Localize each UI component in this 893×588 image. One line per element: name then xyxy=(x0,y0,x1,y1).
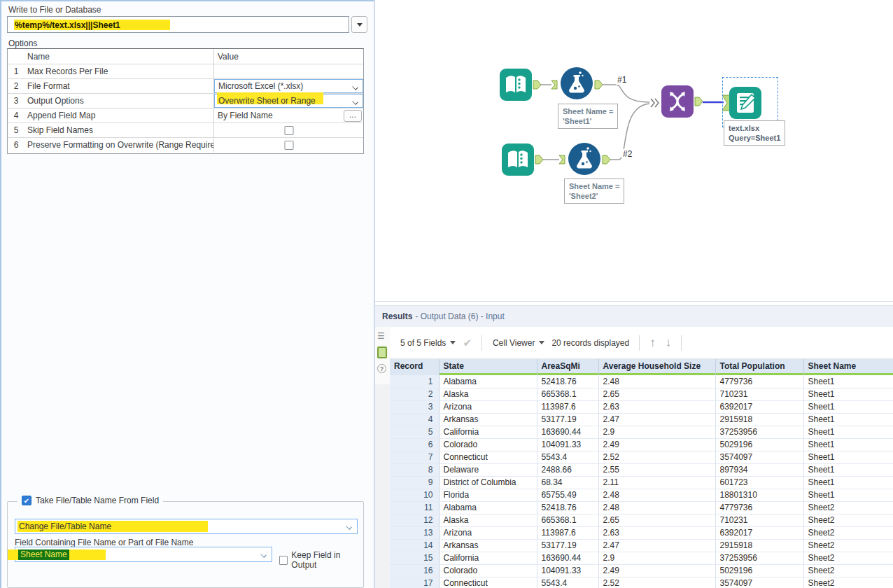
data-cell[interactable]: 18801310 xyxy=(715,489,803,501)
data-cell[interactable]: Sheet1 xyxy=(803,438,893,451)
preserve-formatting-checkbox[interactable] xyxy=(284,141,293,150)
column-header[interactable]: AreaSqMi xyxy=(537,359,598,375)
data-cell[interactable]: California xyxy=(439,552,537,564)
data-cell[interactable]: 6392017 xyxy=(715,526,803,539)
data-cell[interactable]: Delaware xyxy=(439,463,537,476)
data-cell[interactable]: Sheet1 xyxy=(803,400,893,413)
column-header[interactable]: Average Household Size xyxy=(598,359,715,375)
data-cell[interactable]: 2.9 xyxy=(598,426,715,438)
max-records-value-cell[interactable] xyxy=(214,64,363,78)
column-header[interactable]: State xyxy=(439,359,537,375)
data-cell[interactable]: 163690.44 xyxy=(537,552,598,564)
data-cell[interactable]: 2.47 xyxy=(598,413,715,426)
data-cell[interactable]: Sheet2 xyxy=(803,539,893,552)
data-cell[interactable]: 52418.76 xyxy=(537,375,598,388)
data-cell[interactable]: 5543.4 xyxy=(537,451,598,463)
cell-viewer-dropdown[interactable]: Cell Viewer xyxy=(493,338,544,348)
output-options-select[interactable]: Overwrite Sheet or Range xyxy=(214,94,363,108)
row-number-cell[interactable]: 3 xyxy=(390,400,439,413)
data-cell[interactable]: 113987.6 xyxy=(537,400,598,413)
data-cell[interactable]: Sheet2 xyxy=(803,526,893,539)
row-number-cell[interactable]: 14 xyxy=(390,539,439,552)
data-cell[interactable]: Arizona xyxy=(439,526,537,539)
data-cell[interactable]: 2.49 xyxy=(598,564,715,577)
data-cell[interactable]: 2915918 xyxy=(715,539,803,552)
row-number-cell[interactable]: 10 xyxy=(390,489,439,501)
input-data-tool-1[interactable] xyxy=(500,69,532,101)
data-cell[interactable]: Sheet1 xyxy=(803,489,893,501)
data-cell[interactable]: 37253956 xyxy=(715,426,803,438)
file-path-dropdown-button[interactable] xyxy=(351,16,367,33)
formula-tool-1[interactable] xyxy=(560,66,593,100)
output-anchor-swatch-icon[interactable] xyxy=(377,346,387,358)
data-cell[interactable]: Sheet2 xyxy=(803,552,893,564)
file-path-input[interactable]: %temp%/text.xlsx|||Sheet1 xyxy=(7,16,349,33)
data-cell[interactable]: 2.63 xyxy=(598,400,715,413)
data-cell[interactable]: Colorado xyxy=(439,564,537,577)
workflow-canvas[interactable]: #1 #2 Sheet Name = 'Sheet1' Sheet Name =… xyxy=(375,0,893,301)
data-cell[interactable]: Florida xyxy=(439,489,537,501)
data-cell[interactable]: 601723 xyxy=(715,476,803,489)
data-cell[interactable]: 113987.6 xyxy=(537,526,598,539)
row-number-cell[interactable]: 16 xyxy=(390,564,439,577)
data-cell[interactable]: Sheet1 xyxy=(803,463,893,476)
data-cell[interactable]: 104091.33 xyxy=(537,564,598,577)
apply-checkmark-icon[interactable]: ✔ xyxy=(463,337,472,349)
data-cell[interactable]: Sheet1 xyxy=(803,375,893,388)
row-number-cell[interactable]: 6 xyxy=(390,438,439,451)
output-data-tool[interactable] xyxy=(729,87,761,119)
connection-2-label[interactable]: #2 xyxy=(621,149,633,159)
data-cell[interactable]: Sheet1 xyxy=(803,426,893,438)
row-number-cell[interactable]: 12 xyxy=(390,514,439,526)
data-cell[interactable]: 104091.33 xyxy=(537,438,598,451)
column-header[interactable]: Record xyxy=(390,359,439,375)
row-number-cell[interactable]: 15 xyxy=(390,552,439,564)
row-number-cell[interactable]: 11 xyxy=(390,501,439,514)
scroll-up-icon[interactable]: ↑ xyxy=(649,336,656,350)
row-number-cell[interactable]: 9 xyxy=(390,476,439,489)
union-tool[interactable] xyxy=(661,85,694,118)
data-cell[interactable]: Sheet2 xyxy=(803,564,893,577)
data-cell[interactable]: 6392017 xyxy=(715,400,803,413)
field-list-icon[interactable]: ☰ xyxy=(377,331,385,341)
data-cell[interactable]: 52418.76 xyxy=(537,501,598,514)
file-format-select[interactable]: Microsoft Excel (*.xlsx) xyxy=(214,79,363,93)
input-data-tool-2[interactable] xyxy=(502,144,534,176)
data-cell[interactable]: 2.11 xyxy=(598,476,715,489)
data-cell[interactable]: Sheet1 xyxy=(803,388,893,400)
data-cell[interactable]: District of Columbia xyxy=(439,476,537,489)
data-cell[interactable]: 2.48 xyxy=(598,501,715,514)
data-cell[interactable]: Connecticut xyxy=(439,451,537,463)
output-tool-annotation[interactable]: text.xlsx Query=Sheet1 xyxy=(724,120,785,146)
formula-tool-2[interactable] xyxy=(568,142,601,176)
take-name-checkbox[interactable]: ✔ xyxy=(22,496,31,505)
data-cell[interactable]: 2.47 xyxy=(598,539,715,552)
data-cell[interactable]: Sheet2 xyxy=(803,577,893,588)
connection-1-label[interactable]: #1 xyxy=(616,75,628,85)
data-cell[interactable]: 5029196 xyxy=(715,564,803,577)
data-cell[interactable]: 2.52 xyxy=(598,451,715,463)
data-cell[interactable]: Alaska xyxy=(439,388,537,400)
data-cell[interactable]: 5029196 xyxy=(715,438,803,451)
data-cell[interactable]: Alaska xyxy=(439,514,537,526)
name-mode-select[interactable]: Change File/Table Name xyxy=(15,519,358,534)
row-number-cell[interactable]: 8 xyxy=(390,463,439,476)
data-cell[interactable]: 4779736 xyxy=(715,501,803,514)
data-cell[interactable]: 2.49 xyxy=(598,438,715,451)
data-cell[interactable]: 53177.19 xyxy=(537,413,598,426)
data-cell[interactable]: 2.63 xyxy=(598,526,715,539)
row-number-cell[interactable]: 5 xyxy=(390,426,439,438)
data-cell[interactable]: 3574097 xyxy=(715,577,803,588)
data-cell[interactable]: Sheet1 xyxy=(803,413,893,426)
column-header[interactable]: Sheet Name xyxy=(803,359,893,375)
data-cell[interactable]: 897934 xyxy=(715,463,803,476)
row-number-cell[interactable]: 2 xyxy=(390,388,439,400)
data-cell[interactable]: 2.55 xyxy=(598,463,715,476)
data-cell[interactable]: 2.48 xyxy=(598,375,715,388)
formula-2-annotation[interactable]: Sheet Name = 'Sheet2' xyxy=(564,178,624,204)
row-number-cell[interactable]: 1 xyxy=(390,375,439,388)
data-cell[interactable]: 2.65 xyxy=(598,388,715,400)
data-cell[interactable]: 53177.19 xyxy=(537,539,598,552)
data-cell[interactable]: Sheet1 xyxy=(803,451,893,463)
data-cell[interactable]: 163690.44 xyxy=(537,426,598,438)
